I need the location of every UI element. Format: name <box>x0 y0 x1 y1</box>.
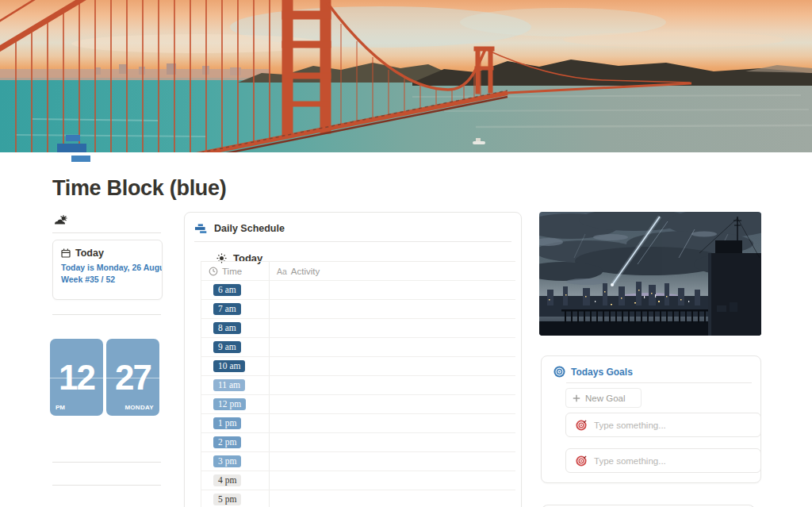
time-tag[interactable]: 5 pm <box>213 494 241 505</box>
table-row: 4 pm <box>201 471 515 490</box>
column-header-time[interactable]: Time <box>201 262 270 280</box>
flip-clock-widget: 12 PM 27 MONDAY <box>50 339 159 416</box>
activity-cell[interactable] <box>270 490 515 507</box>
goal-input[interactable]: Type something... <box>565 413 761 437</box>
todays-goals-card: Todays Goals New Goal Type something... <box>541 355 761 483</box>
flip-clock-hour-card: 12 PM <box>50 339 103 416</box>
divider <box>194 241 511 242</box>
flip-divider <box>50 378 103 379</box>
activity-cell[interactable] <box>270 395 515 413</box>
goal-input[interactable]: Type something... <box>565 448 761 473</box>
divider <box>566 382 752 383</box>
new-goal-label: New Goal <box>585 394 626 403</box>
activity-cell[interactable] <box>270 452 515 471</box>
activity-cell[interactable] <box>270 281 515 299</box>
table-row: 10 am <box>201 357 515 376</box>
target-icon-red <box>576 455 587 467</box>
flip-divider <box>106 378 159 379</box>
table-row: 3 pm <box>201 452 515 471</box>
activity-column-label: Activity <box>291 267 320 276</box>
today-card-title: Today <box>75 248 104 259</box>
divider <box>52 232 161 233</box>
table-row: 7 am <box>201 300 515 319</box>
target-icon-red <box>576 420 587 431</box>
time-tag[interactable]: 4 pm <box>213 474 241 486</box>
daily-schedule-card: Daily Schedule Today <box>184 212 522 507</box>
clock-icon <box>209 267 218 276</box>
activity-cell[interactable] <box>270 338 515 356</box>
table-row: 11 am <box>201 376 515 395</box>
table-row: 8 am <box>201 319 515 338</box>
time-tag[interactable]: 1 pm <box>213 417 241 429</box>
golden-gate-bridge-illustration <box>0 0 812 152</box>
time-tag[interactable]: 7 am <box>213 303 241 315</box>
activity-cell[interactable] <box>270 414 515 432</box>
table-row: 2 pm <box>201 433 515 452</box>
activity-cell[interactable] <box>270 300 515 318</box>
week-number-text: Week #35 / 52 <box>53 272 162 284</box>
flip-clock-minute-card: 27 MONDAY <box>106 339 159 416</box>
new-goal-button[interactable]: New Goal <box>565 388 642 408</box>
schedule-title: Daily Schedule <box>214 223 285 234</box>
time-tag[interactable]: 8 am <box>213 322 241 334</box>
schedule-table: Time Aa Activity 6 am 7 am 8 am 9 am <box>201 261 515 507</box>
page-title[interactable]: Time Block (blue) <box>52 176 226 201</box>
time-tag[interactable]: 6 am <box>213 284 241 296</box>
divider <box>52 485 161 486</box>
text-type-icon: Aa <box>277 267 287 276</box>
column-header-activity[interactable]: Aa Activity <box>270 262 515 280</box>
plus-icon <box>573 394 580 402</box>
table-row: 12 pm <box>201 395 515 414</box>
goal-placeholder: Type something... <box>594 456 666 466</box>
today-date-text: Today is Monday, 26 August, 2024 <box>53 260 162 272</box>
calendar-icon <box>61 248 71 258</box>
goal-placeholder: Type something... <box>594 421 666 430</box>
notion-page: Time Block (blue) <box>0 0 812 507</box>
right-column: Todays Goals New Goal Type something... <box>539 212 761 336</box>
table-header-row: Time Aa Activity <box>201 262 515 281</box>
time-tag[interactable]: 9 am <box>213 341 241 353</box>
time-tag[interactable]: 3 pm <box>213 455 241 467</box>
activity-cell[interactable] <box>270 319 515 337</box>
table-row: 6 am <box>201 281 515 300</box>
cover-image <box>0 0 812 152</box>
left-column: Today Today is Monday, 26 August, 2024 W… <box>52 210 163 507</box>
divider <box>52 462 161 463</box>
time-tag[interactable]: 2 pm <box>213 436 241 448</box>
flip-clock-weekday: MONDAY <box>124 404 154 411</box>
table-row: 1 pm <box>201 414 515 433</box>
activity-cell[interactable] <box>270 376 515 394</box>
target-icon-blue <box>553 366 565 378</box>
night-city-comet-image <box>539 212 761 336</box>
activity-cell[interactable] <box>270 471 515 490</box>
time-tag[interactable]: 12 pm <box>213 398 246 410</box>
sun-behind-cloud-icon <box>52 214 70 227</box>
goals-title: Todays Goals <box>571 367 633 378</box>
page-icon time-blocks-icon[interactable] <box>57 135 92 163</box>
flip-clock-meridiem: PM <box>56 404 65 411</box>
activity-cell[interactable] <box>270 357 515 375</box>
time-blocks-icon <box>195 224 207 234</box>
table-row: 9 am <box>201 338 515 357</box>
time-column-label: Time <box>222 267 242 276</box>
activity-cell[interactable] <box>270 433 515 451</box>
divider <box>52 314 161 315</box>
table-row: 5 pm <box>201 490 515 507</box>
today-widget-card: Today Today is Monday, 26 August, 2024 W… <box>52 240 163 300</box>
time-tag[interactable]: 10 am <box>213 360 245 372</box>
time-tag[interactable]: 11 am <box>213 379 245 391</box>
